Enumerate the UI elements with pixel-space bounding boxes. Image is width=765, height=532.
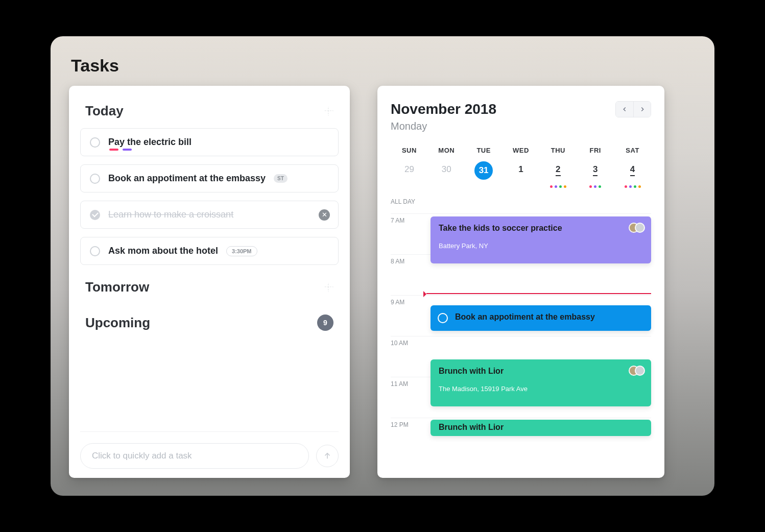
tomorrow-label: Tomorrow — [85, 279, 149, 295]
day-header: THU — [539, 147, 577, 154]
calendar-next-button[interactable] — [633, 102, 651, 117]
date-cell[interactable]: 30 — [428, 161, 465, 190]
task-item[interactable]: Learn how to make a croissant✕ — [80, 201, 339, 229]
event-avatars — [629, 223, 645, 233]
calendar-event[interactable]: Brunch with LiorThe Madison, 15919 Park … — [431, 359, 651, 406]
tomorrow-header: Tomorrow — [80, 279, 339, 295]
page-title: Tasks — [71, 56, 696, 76]
calendar-dates-row: 2930311234 — [391, 161, 651, 190]
date-number: 3 — [593, 164, 597, 176]
hour-label: 9 AM — [391, 296, 426, 306]
calendar-event[interactable]: Brunch with Lior — [431, 420, 651, 436]
arrow-up-icon — [323, 451, 332, 461]
event-title: Take the kids to soccer practice — [439, 224, 643, 233]
calendar-nav — [615, 101, 651, 117]
chevron-left-icon — [621, 106, 628, 113]
event-title: Brunch with Lior — [439, 423, 643, 432]
calendar-event[interactable]: Take the kids to soccer practiceBattery … — [431, 216, 651, 263]
date-number: 2 — [556, 164, 560, 176]
hour-label: 10 AM — [391, 336, 426, 347]
calendar-event[interactable]: Book an appotiment at the embassy — [431, 305, 651, 331]
day-header: SAT — [614, 147, 651, 154]
calendar-timeline: ALL DAY 7 AM8 AM9 AM10 AM11 AM12 PMTake … — [391, 195, 651, 458]
task-tag: ST — [274, 174, 288, 183]
add-task-today-icon[interactable] — [324, 107, 333, 116]
tasks-panel: Today Pay the electric billBook an appot… — [69, 86, 350, 478]
calendar-weekday: Monday — [391, 120, 496, 132]
event-indicator-dots — [539, 185, 577, 188]
upcoming-label: Upcoming — [85, 315, 150, 331]
chevron-right-icon — [639, 106, 646, 113]
calendar-prev-button[interactable] — [616, 102, 633, 117]
calendar-day-headers: SUNMONTUEWEDTHUFRISAT — [391, 147, 651, 154]
today-task-list: Pay the electric billBook an appotiment … — [80, 128, 339, 273]
task-bullet[interactable] — [90, 246, 100, 256]
date-cell[interactable]: 2 — [539, 161, 577, 190]
task-time-pill: 3:30PM — [226, 246, 257, 256]
date-number: 30 — [442, 164, 451, 174]
date-cell[interactable]: 31 — [465, 161, 503, 190]
today-header: Today — [80, 103, 339, 119]
task-color-labels — [109, 149, 132, 151]
date-cell[interactable]: 1 — [503, 161, 540, 190]
event-bullet-icon — [438, 313, 448, 323]
event-indicator-dots — [614, 185, 651, 188]
calendar-header: November 2018 Monday — [391, 101, 651, 132]
task-item[interactable]: Ask mom about the hotel3:30PM — [80, 237, 339, 265]
day-header: FRI — [577, 147, 614, 154]
app-window: Tasks Today Pay the electric billBook an… — [51, 36, 714, 496]
add-task-tomorrow-icon[interactable] — [324, 283, 333, 292]
hour-label: 11 AM — [391, 377, 426, 388]
task-text: Book an appotiment at the embassy — [108, 173, 266, 184]
all-day-row: ALL DAY — [391, 195, 651, 213]
event-location: Battery Park, NY — [439, 242, 643, 250]
date-cell[interactable]: 29 — [391, 161, 428, 190]
today-label: Today — [85, 103, 124, 119]
calendar-month: November 2018 — [391, 101, 496, 117]
task-text: Ask mom about the hotel — [108, 246, 218, 256]
event-title: Brunch with Lior — [439, 367, 643, 376]
date-cell[interactable]: 4 — [614, 161, 651, 190]
hour-label: 12 PM — [391, 418, 426, 428]
day-header: MON — [428, 147, 465, 154]
task-text: Learn how to make a croissant — [108, 209, 233, 220]
task-item[interactable]: Book an appotiment at the embassyST — [80, 164, 339, 192]
calendar-panel: November 2018 Monday SUNMONTUEWEDTHUFRIS… — [377, 86, 664, 478]
date-number: 29 — [404, 164, 414, 174]
event-title: Book an appotiment at the embassy — [455, 312, 643, 322]
delete-task-icon[interactable]: ✕ — [319, 209, 330, 221]
event-location: The Madison, 15919 Park Ave — [439, 385, 643, 393]
event-avatars — [629, 366, 645, 376]
date-number: 4 — [630, 164, 635, 176]
task-text: Pay the electric bill — [108, 137, 192, 148]
date-number: 1 — [518, 164, 523, 174]
day-header: WED — [503, 147, 540, 154]
current-time-indicator — [426, 293, 651, 294]
task-composer: Click to quickly add a task — [80, 431, 339, 469]
submit-task-button[interactable] — [316, 445, 339, 467]
task-bullet[interactable] — [90, 174, 100, 184]
event-indicator-dots — [577, 185, 614, 188]
task-item[interactable]: Pay the electric bill — [80, 128, 339, 156]
upcoming-count-badge: 9 — [317, 315, 333, 331]
date-cell[interactable]: 3 — [577, 161, 614, 190]
selected-date-pill: 31 — [474, 161, 493, 180]
all-day-label: ALL DAY — [391, 195, 426, 205]
panels: Today Pay the electric billBook an appot… — [69, 86, 696, 478]
task-check-icon[interactable] — [90, 210, 100, 220]
hour-label: 7 AM — [391, 214, 426, 224]
hour-label: 8 AM — [391, 255, 426, 265]
quick-add-input[interactable]: Click to quickly add a task — [80, 443, 309, 469]
task-bullet[interactable] — [90, 137, 100, 148]
day-header: SUN — [391, 147, 428, 154]
day-header: TUE — [465, 147, 503, 154]
upcoming-header: Upcoming 9 — [80, 315, 339, 331]
